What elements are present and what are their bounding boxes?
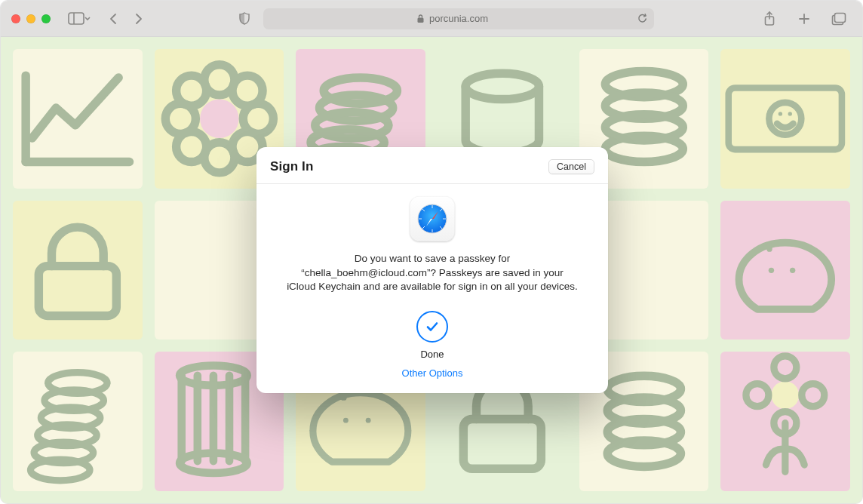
done-label: Done <box>287 349 578 360</box>
window-minimize-button[interactable] <box>26 14 35 23</box>
svg-rect-2 <box>418 18 424 23</box>
forward-button[interactable] <box>126 8 152 29</box>
window-toolbar: porcunia.com <box>1 1 862 37</box>
page-content: Sign In Cancel <box>1 37 862 503</box>
safari-window: porcunia.com <box>0 0 863 504</box>
svg-rect-0 <box>69 13 84 24</box>
new-tab-button[interactable] <box>791 8 817 29</box>
sheet-body: Do you want to save a passkey for “chell… <box>256 184 608 380</box>
other-options-link[interactable]: Other Options <box>402 367 463 379</box>
window-close-button[interactable] <box>11 14 20 23</box>
address-bar-text: porcunia.com <box>429 13 488 24</box>
done-indicator[interactable] <box>416 311 448 343</box>
back-button[interactable] <box>100 8 126 29</box>
sheet-header: Sign In Cancel <box>256 159 608 184</box>
privacy-report-button[interactable] <box>232 8 257 29</box>
safari-app-icon <box>410 196 455 241</box>
svg-rect-4 <box>835 13 846 22</box>
checkmark-icon <box>424 318 441 335</box>
tab-overview-button[interactable] <box>826 8 852 29</box>
toolbar-right-buttons <box>757 8 852 29</box>
cancel-button[interactable]: Cancel <box>548 159 594 174</box>
address-bar[interactable]: porcunia.com <box>263 8 654 29</box>
nav-buttons <box>100 8 152 29</box>
sidebar-toggle-button[interactable] <box>64 8 94 29</box>
lock-icon <box>416 14 425 23</box>
traffic-lights <box>11 14 51 23</box>
sheet-title: Sign In <box>270 159 313 174</box>
reload-button[interactable] <box>637 13 648 24</box>
passkey-save-sheet: Sign In Cancel <box>256 147 608 393</box>
share-button[interactable] <box>757 8 782 29</box>
window-fullscreen-button[interactable] <box>41 14 51 23</box>
passkey-prompt-text: Do you want to save a passkey for “chell… <box>287 252 578 294</box>
